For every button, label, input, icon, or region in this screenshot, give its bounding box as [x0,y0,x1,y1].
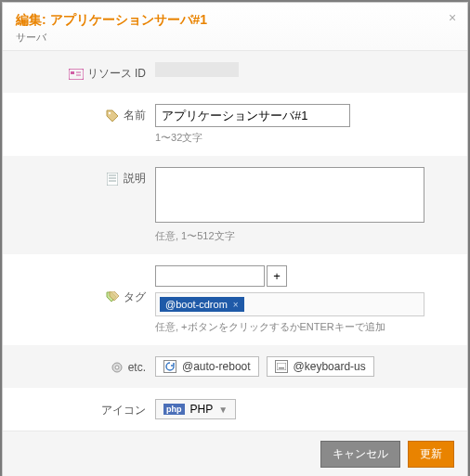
svg-rect-12 [279,367,284,369]
description-hint: 任意, 1〜512文字 [155,229,454,243]
keyboard-icon [275,360,288,373]
gear-icon [110,360,124,375]
cancel-button[interactable]: キャンセル [320,441,400,468]
label-name: 名前 [124,108,146,123]
svg-rect-5 [107,173,118,186]
php-icon: php [163,404,185,415]
tag-remove-icon[interactable]: × [233,300,239,310]
row-tags: タグ + @boot-cdrom × 任意, +ボタンをクリックするかENTER… [3,254,467,345]
label-icon: アイコン [101,403,146,418]
name-input[interactable] [155,104,350,127]
svg-point-4 [109,111,111,113]
tag-input[interactable] [155,265,265,287]
reload-icon [163,360,176,373]
dialog-title: 編集: アプリケーションサーバ#1 [16,12,454,29]
label-resource-id: リソース ID [87,66,146,82]
description-input[interactable] [155,167,424,223]
chevron-down-icon: ▼ [218,405,228,415]
row-icon: アイコン php PHP ▼ [3,388,467,431]
svg-rect-11 [277,363,286,370]
close-icon[interactable]: × [445,10,460,25]
id-card-icon [69,67,84,82]
tag-chip[interactable]: @boot-cdrom × [160,297,244,312]
etc-option-label: @keyboard-us [294,360,366,373]
icon-select-label: PHP [190,403,214,416]
row-name: 名前 1〜32文字 [3,93,467,156]
document-icon [105,172,120,187]
label-etc: etc. [128,361,146,374]
svg-point-10 [115,366,119,369]
dialog-subtitle: サーバ [16,31,454,45]
icon-select[interactable]: php PHP ▼ [155,399,236,419]
form-body: リソース ID 名前 1〜32文字 [3,51,467,431]
etc-option-keyboard-us[interactable]: @keyboard-us [267,356,374,377]
label-tags: タグ [124,289,146,305]
tags-icon [105,290,120,305]
dialog-footer: キャンセル 更新 [3,431,467,476]
svg-rect-1 [71,71,74,74]
edit-server-dialog: × 編集: アプリケーションサーバ#1 サーバ リソース ID 名前 [2,2,468,476]
name-hint: 1〜32文字 [155,131,454,145]
etc-option-label: @auto-reboot [182,360,251,373]
label-description: 説明 [124,171,146,187]
dialog-header: 編集: アプリケーションサーバ#1 サーバ [3,3,467,51]
tag-add-button[interactable]: + [267,265,287,287]
etc-option-auto-reboot[interactable]: @auto-reboot [155,356,259,377]
row-description: 説明 任意, 1〜512文字 [3,156,467,254]
submit-button[interactable]: 更新 [408,441,454,468]
tag-icon [105,109,120,123]
row-etc: etc. @auto-reboot @keyboard-us [3,345,467,388]
tag-list: @boot-cdrom × [155,292,424,316]
tag-chip-label: @boot-cdrom [165,299,228,310]
resource-id-value [155,62,239,77]
tags-hint: 任意, +ボタンをクリックするかENTERキーで追加 [155,320,454,334]
row-resource-id: リソース ID [3,51,467,93]
